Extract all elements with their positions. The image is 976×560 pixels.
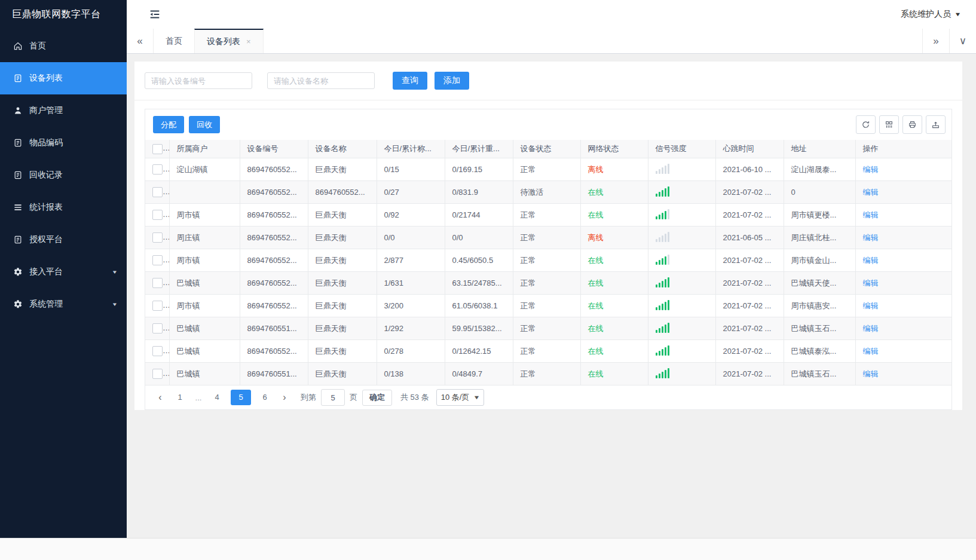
sidebar-item-5[interactable]: 回收记录 bbox=[0, 159, 127, 191]
assign-button[interactable]: 分配 bbox=[153, 116, 184, 133]
edit-link[interactable]: 编辑 bbox=[863, 301, 879, 310]
column-header-7[interactable]: 信号强度 bbox=[648, 140, 715, 158]
edit-link[interactable]: 编辑 bbox=[863, 324, 879, 333]
sidebar-item-4[interactable]: 物品编码 bbox=[0, 127, 127, 159]
recycle-button[interactable]: 回收 bbox=[189, 116, 220, 133]
cell-today-count: 0/0 bbox=[377, 227, 445, 249]
page-button-5[interactable]: 5 bbox=[231, 390, 251, 405]
table-row: 周市镇8694760552...巨鼎天衡3/20061.05/6038.1正常在… bbox=[145, 295, 951, 317]
page-button-6[interactable]: 6 bbox=[255, 390, 275, 405]
sidebar-item-label: 设备列表 bbox=[29, 73, 63, 84]
bottom-scrollbar-strip[interactable] bbox=[0, 538, 976, 560]
edit-link[interactable]: 编辑 bbox=[863, 165, 879, 174]
column-header-10[interactable]: 操作 bbox=[855, 140, 951, 158]
edit-link[interactable]: 编辑 bbox=[863, 279, 879, 287]
sidebar-item-9[interactable]: 系统管理▼ bbox=[0, 288, 127, 320]
column-header-2[interactable]: 设备名称 bbox=[308, 140, 377, 158]
row-checkbox[interactable] bbox=[152, 187, 163, 197]
cell-signal bbox=[648, 227, 715, 249]
row-checkbox[interactable] bbox=[152, 232, 163, 243]
row-checkbox[interactable] bbox=[152, 255, 163, 265]
goto-page-input[interactable] bbox=[321, 389, 345, 406]
edit-link[interactable]: 编辑 bbox=[863, 233, 879, 242]
column-header-9[interactable]: 地址 bbox=[784, 140, 855, 158]
edit-link[interactable]: 编辑 bbox=[863, 369, 879, 378]
select-all-checkbox[interactable] bbox=[152, 144, 163, 154]
row-select-cell bbox=[145, 363, 169, 385]
close-icon[interactable]: × bbox=[246, 38, 251, 45]
cell-signal bbox=[648, 158, 715, 181]
table-body: 淀山湖镇8694760552...巨鼎天衡0/150/169.15正常离线202… bbox=[145, 158, 951, 385]
cell-device-status: 正常 bbox=[513, 363, 580, 385]
tabs-scroll-left-button[interactable]: « bbox=[127, 29, 154, 53]
sidebar-item-7[interactable]: 授权平台 bbox=[0, 224, 127, 256]
prev-page-button[interactable]: ‹ bbox=[152, 390, 168, 405]
edit-link[interactable]: 编辑 bbox=[863, 210, 879, 219]
add-button[interactable]: 添加 bbox=[435, 72, 469, 90]
cell-address: 巴城镇玉石... bbox=[784, 317, 855, 340]
export-icon-button[interactable] bbox=[926, 115, 946, 134]
cell-today-weight: 61.05/6038.1 bbox=[445, 295, 513, 317]
cell-action: 编辑 bbox=[855, 272, 951, 295]
page-button-1[interactable]: 1 bbox=[170, 390, 190, 405]
row-checkbox[interactable] bbox=[152, 323, 163, 333]
sidebar-item-label: 系统管理 bbox=[29, 299, 63, 310]
column-header-1[interactable]: 设备编号 bbox=[240, 140, 308, 158]
tab-label: 设备列表 bbox=[207, 36, 240, 47]
signal-bars-icon bbox=[656, 231, 669, 242]
panel: 查询 添加 分配 回收 所属商户设备编号设备名称今日/累计称...今日/累计重.… bbox=[134, 62, 962, 410]
query-button[interactable]: 查询 bbox=[393, 72, 427, 90]
row-checkbox[interactable] bbox=[152, 369, 163, 379]
row-checkbox[interactable] bbox=[152, 346, 163, 356]
tab-device-list[interactable]: 设备列表 × bbox=[194, 29, 264, 53]
tab-home[interactable]: 首页 bbox=[154, 29, 194, 53]
row-select-cell bbox=[145, 317, 169, 340]
menu-fold-icon[interactable] bbox=[148, 8, 161, 21]
cell-today-weight: 0.45/6050.5 bbox=[445, 249, 513, 272]
sidebar-item-8[interactable]: 接入平台▼ bbox=[0, 256, 127, 288]
cell-device-status: 正常 bbox=[513, 340, 580, 363]
column-header-8[interactable]: 心跳时间 bbox=[715, 140, 784, 158]
columns-icon-button[interactable] bbox=[879, 115, 899, 134]
sidebar-menu: 首页设备列表商户管理物品编码回收记录统计报表授权平台接入平台▼系统管理▼ bbox=[0, 30, 127, 320]
cell-network-status: 离线 bbox=[580, 158, 648, 181]
search-row: 查询 添加 bbox=[134, 62, 962, 100]
signal-bars-icon bbox=[656, 277, 669, 287]
user-menu[interactable]: 系统维护人员 ▼ bbox=[901, 9, 960, 20]
device-no-input[interactable] bbox=[145, 72, 252, 89]
edit-link[interactable]: 编辑 bbox=[863, 347, 879, 356]
column-header-5[interactable]: 设备状态 bbox=[513, 140, 580, 158]
tabs-scroll-right-button[interactable]: » bbox=[922, 29, 949, 53]
cell-today-weight: 63.15/24785... bbox=[445, 272, 513, 295]
cell-device-name: 8694760552... bbox=[308, 181, 377, 204]
edit-link[interactable]: 编辑 bbox=[863, 256, 879, 265]
row-checkbox[interactable] bbox=[152, 278, 163, 288]
column-header-0[interactable]: 所属商户 bbox=[169, 140, 240, 158]
device-name-input[interactable] bbox=[267, 72, 375, 89]
edit-link[interactable]: 编辑 bbox=[863, 188, 879, 197]
page-size-select[interactable]: 10 条/页 ▼ bbox=[436, 389, 485, 406]
refresh-icon-button[interactable] bbox=[856, 115, 876, 134]
sidebar-item-3[interactable]: 商户管理 bbox=[0, 94, 127, 127]
column-header-4[interactable]: 今日/累计重... bbox=[445, 140, 513, 158]
print-icon-button[interactable] bbox=[902, 115, 922, 134]
row-checkbox[interactable] bbox=[152, 210, 163, 220]
cell-today-count: 3/200 bbox=[377, 295, 445, 317]
row-checkbox[interactable] bbox=[152, 301, 163, 311]
tabs-dropdown-button[interactable]: ∨ bbox=[949, 29, 976, 53]
column-header-3[interactable]: 今日/累计称... bbox=[377, 140, 445, 158]
page-button-4[interactable]: 4 bbox=[207, 390, 227, 405]
cell-device-no: 8694760552... bbox=[240, 181, 308, 204]
gear-icon bbox=[13, 299, 23, 309]
sidebar-item-2[interactable]: 设备列表 bbox=[0, 62, 127, 94]
sidebar-item-6[interactable]: 统计报表 bbox=[0, 191, 127, 224]
row-checkbox[interactable] bbox=[152, 164, 163, 175]
cell-device-name: 巨鼎天衡 bbox=[308, 158, 377, 181]
next-page-button[interactable]: › bbox=[277, 390, 292, 405]
cell-today-count: 0/278 bbox=[377, 340, 445, 363]
table-row: 周市镇8694760552...巨鼎天衡0/920/21744正常在线2021-… bbox=[145, 204, 951, 227]
confirm-button[interactable]: 确定 bbox=[362, 390, 392, 406]
cell-address: 巴城镇天使... bbox=[784, 272, 855, 295]
column-header-6[interactable]: 网络状态 bbox=[580, 140, 648, 158]
sidebar-item-1[interactable]: 首页 bbox=[0, 30, 127, 62]
